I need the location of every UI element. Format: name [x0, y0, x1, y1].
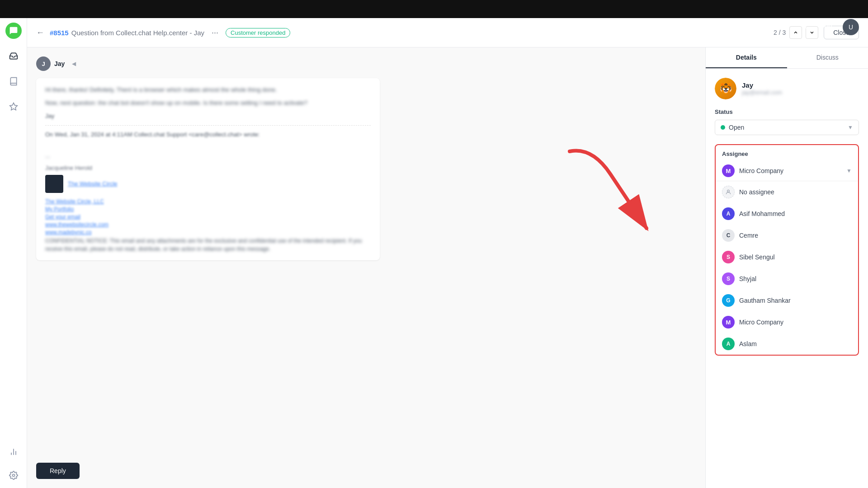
sidebar-item-knowledge[interactable] — [5, 73, 22, 89]
panel-tabs: Details Discuss — [706, 47, 868, 69]
svg-line-3 — [805, 28, 807, 29]
customer-info: 🐯 Jay jay@email.com — [715, 78, 859, 99]
sidebar-item-reports[interactable] — [5, 444, 22, 460]
aslam-avatar: A — [722, 338, 735, 350]
svg-point-1 — [803, 26, 806, 28]
customer-responded-badge: Customer responded — [226, 28, 290, 38]
back-button[interactable]: ← — [36, 28, 44, 38]
assignee-option-shyjal[interactable]: S Shyjal — [716, 268, 858, 290]
app-logo[interactable] — [5, 23, 22, 39]
link-2[interactable]: My Portfolio — [45, 206, 371, 212]
assignee-option-gautham[interactable]: G Gautham Shankar — [716, 290, 858, 311]
customer-email: jay@email.com — [742, 89, 782, 96]
customer-name: Jay — [742, 81, 782, 89]
svg-point-0 — [807, 24, 810, 26]
status-section: Status Open ▼ — [715, 108, 859, 135]
assignee-option-no-assignee[interactable]: No assignee — [716, 181, 858, 203]
link-3[interactable]: Get your email — [45, 214, 371, 220]
sidebar-item-inbox[interactable] — [5, 48, 22, 64]
link-4[interactable]: www.thewebsitecircle.com — [45, 221, 371, 228]
option-name-sibel: Sibel Sengul — [739, 253, 775, 261]
panel-content: 🐯 Jay jay@email.com Status Open — [706, 69, 868, 488]
assignee-option-cemre[interactable]: C Cemre — [716, 225, 858, 246]
svg-point-2 — [807, 28, 810, 31]
assignee-option-aslam[interactable]: A Aslam — [716, 333, 858, 355]
gautham-avatar: G — [722, 294, 735, 307]
attachment-title: The Website Circle — [68, 180, 118, 187]
sender-info: J Jay ◀ — [36, 56, 696, 71]
reply-button[interactable]: Reply — [36, 463, 80, 479]
link-5[interactable]: www.madebynic.co — [45, 229, 371, 235]
sender-avatar: J — [36, 56, 51, 71]
asif-avatar: A — [722, 207, 735, 220]
assignee-option-asif[interactable]: A Asif Mohammed — [716, 203, 858, 225]
status-dot — [721, 125, 725, 130]
more-options-button[interactable]: ··· — [210, 26, 220, 39]
option-name-micro-company: Micro Company — [739, 319, 783, 326]
assignee-option-sibel[interactable]: S Sibel Sengul — [716, 246, 858, 268]
sidebar-item-settings[interactable] — [5, 467, 22, 483]
conversation-area: J Jay ◀ Hi there, thanks! Definitely, Th… — [27, 47, 705, 488]
attachment-thumbnail — [45, 175, 63, 193]
sender-indicator: ◀ — [72, 61, 76, 67]
user-avatar[interactable]: U — [843, 19, 859, 35]
option-name-asif: Asif Mohammed — [739, 210, 785, 217]
ticket-number[interactable]: #8515 — [50, 29, 69, 37]
selected-assignee-icon: M — [722, 164, 735, 177]
sidebar — [0, 18, 27, 488]
option-name-cemre: Cemre — [739, 232, 758, 239]
status-value: Open — [729, 124, 844, 131]
no-assign-icon — [722, 186, 735, 198]
assignee-option-micro-company[interactable]: M Micro Company — [716, 311, 858, 333]
conversation-header: ← #8515 Question from Collect.chat Help.… — [27, 18, 868, 47]
share-icon[interactable] — [799, 20, 814, 34]
right-panel: Details Discuss 🐯 Jay jay@email.com — [705, 47, 868, 488]
page-count: 2 / 3 — [774, 29, 786, 36]
option-name-gautham: Gautham Shankar — [739, 297, 791, 304]
tab-discuss[interactable]: Discuss — [787, 47, 868, 68]
svg-line-4 — [805, 25, 807, 27]
ticket-title: #8515 Question from Collect.chat Help.ce… — [50, 29, 204, 37]
assignee-dropdown-arrow: ▼ — [846, 168, 852, 174]
assignee-label: Assignee — [716, 145, 858, 161]
sidebar-item-ai[interactable] — [5, 99, 22, 115]
option-name-shyjal: Shyjal — [739, 275, 756, 282]
svg-point-11 — [12, 474, 14, 477]
cemre-avatar: C — [722, 229, 735, 242]
status-label: Status — [715, 108, 859, 115]
help-icon[interactable] — [821, 20, 835, 34]
option-name-aslam: Aslam — [739, 340, 757, 347]
message-line-4: On Wed, Jan 31, 2024 at 4:11AM Collect.c… — [45, 130, 371, 140]
message-line-1: Hi there, thanks! Definitely, ThenI is a… — [45, 85, 371, 95]
footer-text: CONFIDENTIAL NOTICE: This email and any … — [45, 237, 371, 253]
reply-name: Jacqueline Herold — [45, 164, 371, 171]
ticket-text: Question from Collect.chat Help.center -… — [71, 29, 204, 37]
svg-marker-7 — [9, 103, 17, 110]
link-1[interactable]: The Website Circle, LLC — [45, 198, 371, 205]
message-bubble: Hi there, thanks! Definitely, ThenI is a… — [36, 78, 380, 260]
status-dropdown-arrow: ▼ — [848, 124, 853, 131]
assignee-section: Assignee M Micro Company ▼ No — [715, 144, 859, 356]
arrow-annotation — [556, 138, 669, 251]
micro-company-icon: M — [722, 316, 735, 328]
message-line-2: Now, next question: the chat bot doesn't… — [45, 99, 371, 108]
svg-point-13 — [727, 190, 730, 192]
sibel-avatar: S — [722, 251, 735, 263]
status-select[interactable]: Open ▼ — [715, 120, 859, 135]
option-name-no-assignee: No assignee — [739, 188, 774, 196]
selected-assignee-name: Micro Company — [739, 167, 842, 174]
customer-avatar: 🐯 — [715, 78, 736, 99]
message-line-3: Jay — [45, 112, 371, 121]
shyjal-avatar: S — [722, 272, 735, 285]
sender-name: Jay — [54, 60, 65, 67]
attachment-row: The Website Circle — [45, 175, 371, 193]
tab-details[interactable]: Details — [706, 47, 787, 68]
assignee-selected[interactable]: M Micro Company ▼ — [716, 161, 858, 181]
ellipsis: ... — [45, 151, 371, 161]
